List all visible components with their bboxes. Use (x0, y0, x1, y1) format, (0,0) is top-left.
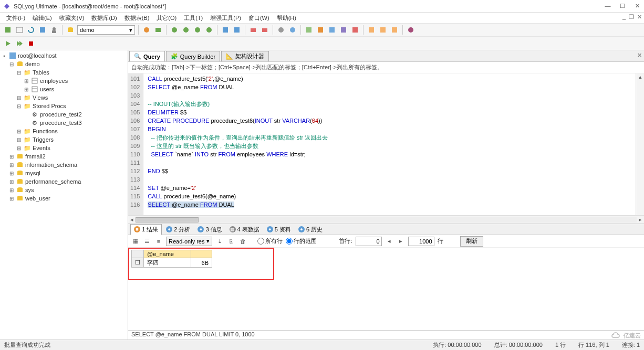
new-connection-icon[interactable] (3, 25, 13, 35)
tree-storedprocs[interactable]: ⊟📁Stored Procs (0, 102, 128, 110)
maximize-button[interactable]: ☐ (619, 3, 626, 9)
tree-proc-test2[interactable]: ⚙procedure_test2 (0, 110, 128, 119)
tb-icon-13[interactable] (304, 25, 314, 35)
tb-icon-18[interactable] (367, 25, 376, 35)
menu-other[interactable]: 其它(O) (153, 13, 180, 23)
tree-db-demo[interactable]: ⊟demo (0, 60, 128, 68)
tab-schema-designer[interactable]: 📐架构设计器 (221, 51, 269, 61)
rtab-5-info[interactable]: ●5 资料 (264, 225, 294, 235)
tab-query[interactable]: 🔍Query (129, 51, 165, 61)
rtab-3-messages[interactable]: ●3 信息 (194, 225, 225, 235)
form-icon[interactable]: ☰ (143, 237, 151, 246)
radio-all-rows[interactable]: 所有行 (257, 237, 283, 245)
first-row-input[interactable] (356, 237, 382, 246)
tree-db-information-schema[interactable]: ⊞information_schema (0, 161, 128, 169)
grid-icon[interactable]: ▦ (131, 237, 140, 246)
tb-icon-4[interactable] (181, 25, 191, 35)
export-icon[interactable]: ⤓ (215, 237, 224, 246)
users-icon[interactable] (49, 25, 59, 35)
menu-file[interactable]: 文件(F) (3, 13, 28, 23)
refresh-icon[interactable] (26, 25, 36, 35)
tree-db-fmmall2[interactable]: ⊞fmmall2 (0, 152, 128, 161)
tb-icon-5[interactable] (193, 25, 202, 35)
prev-page-icon[interactable]: ◂ (385, 237, 393, 246)
tb-icon-15[interactable] (327, 25, 337, 35)
tab-query-builder[interactable]: 🧩Query Builder (166, 51, 220, 61)
tb-icon-14[interactable] (316, 25, 325, 35)
tree-views[interactable]: ⊞📁Views (0, 93, 128, 102)
close-button[interactable]: ✕ (633, 3, 641, 9)
database-icon (16, 186, 24, 194)
execute-all-icon[interactable] (15, 39, 24, 48)
menu-edit[interactable]: 编辑(E) (29, 13, 55, 23)
tb-icon-19[interactable] (378, 25, 388, 35)
tb-icon-6[interactable] (204, 25, 214, 35)
menu-help[interactable]: 帮助(H) (274, 13, 299, 23)
tb-icon-3[interactable] (170, 25, 179, 35)
object-browser[interactable]: ▪root@localhost ⊟demo ⊟📁Tables ⊞employee… (0, 50, 128, 340)
tb-icon-12[interactable] (288, 25, 297, 35)
rows-label: 行 (438, 237, 443, 245)
copy-icon[interactable]: ⎘ (227, 237, 235, 246)
menu-database[interactable]: 数据库(D) (88, 13, 120, 23)
new-query-icon[interactable] (15, 25, 24, 35)
db-icon (66, 25, 75, 35)
tree-db-sys[interactable]: ⊞sys (0, 186, 128, 194)
tree-table-users[interactable]: ⊞users (0, 85, 128, 93)
database-selector[interactable]: demo▾ (77, 25, 135, 35)
tree-functions[interactable]: ⊞📁Functions (0, 127, 128, 135)
mdi-max-button[interactable]: ❐ (629, 14, 634, 20)
col-header[interactable]: @e_name (144, 250, 191, 258)
tb-icon-10[interactable] (260, 25, 269, 35)
editor-hscrollbar[interactable]: ◂▸ (128, 215, 644, 224)
tree-db-web-user[interactable]: ⊞web_user (0, 194, 128, 203)
tab-close-icon[interactable]: ✕ (637, 52, 642, 59)
tb-icon-8[interactable] (232, 25, 242, 35)
rtab-2-profile[interactable]: ●2 分析 (163, 225, 193, 235)
tree-proc-test3[interactable]: ⚙procedure_test3 (0, 119, 128, 127)
tree-triggers[interactable]: ⊞📁Triggers (0, 135, 128, 144)
rtab-4-tabledata[interactable]: ▦4 表数据 (226, 225, 263, 235)
next-page-icon[interactable]: ▸ (397, 237, 405, 246)
tb-icon-7[interactable] (221, 25, 230, 35)
tb-icon-1[interactable] (142, 25, 151, 35)
tree-db-performance-schema[interactable]: ⊞performance_schema (0, 177, 128, 186)
save-icon[interactable] (38, 25, 47, 35)
tree-table-employees[interactable]: ⊞employees (0, 77, 128, 85)
tree-events[interactable]: ⊞📁Events (0, 144, 128, 152)
refresh-button[interactable]: 刷新 (460, 236, 483, 247)
menu-window[interactable]: 窗口(W) (245, 13, 273, 23)
readonly-combo[interactable]: Read-only res▾ (166, 237, 212, 246)
tb-icon-20[interactable] (390, 25, 399, 35)
rtab-6-history[interactable]: ●6 历史 (295, 225, 326, 235)
delete-icon[interactable]: 🗑 (238, 237, 247, 246)
mdi-restore-button[interactable]: _ (622, 14, 626, 20)
minimize-button[interactable]: — (604, 3, 611, 9)
menu-advtools[interactable]: 增强工具(P) (207, 13, 244, 23)
tb-icon-16[interactable] (339, 25, 348, 35)
limit-input[interactable] (408, 237, 434, 246)
menu-favorites[interactable]: 收藏夹(V) (56, 13, 88, 23)
database-icon (16, 195, 24, 202)
rtab-1-result[interactable]: ■1 结果 (130, 224, 162, 235)
tb-icon-21[interactable] (406, 25, 416, 35)
tree-root[interactable]: ▪root@localhost (0, 51, 128, 60)
mdi-close-button[interactable]: ✕ (637, 14, 642, 20)
execute-icon[interactable] (3, 39, 13, 48)
tree-db-mysql[interactable]: ⊞mysql (0, 169, 128, 177)
tb-icon-2[interactable] (153, 25, 163, 35)
editor-vscrollbar[interactable]: ▴ (636, 73, 644, 215)
radio-row-range[interactable]: 行的范围 (286, 237, 317, 245)
tb-icon-11[interactable] (276, 25, 286, 35)
table-row[interactable]: ☐李四6B (132, 258, 212, 268)
tb-icon-9[interactable] (248, 25, 258, 35)
tree-tables[interactable]: ⊟📁Tables (0, 68, 128, 77)
stop-icon[interactable] (26, 39, 36, 48)
menu-table[interactable]: 数据表(B) (121, 13, 153, 23)
result-grid[interactable]: @e_name ☐李四6B (128, 248, 644, 330)
sql-editor[interactable]: 1011021031041051061071081091101111121131… (128, 73, 644, 215)
text-icon[interactable]: ≡ (154, 237, 163, 246)
result-toolbar: ▦ ☰ ≡ Read-only res▾ ⤓ ⎘ 🗑 所有行 行的范围 首行: … (128, 235, 644, 248)
tb-icon-17[interactable] (350, 25, 360, 35)
menu-tools[interactable]: 工具(T) (181, 13, 206, 23)
